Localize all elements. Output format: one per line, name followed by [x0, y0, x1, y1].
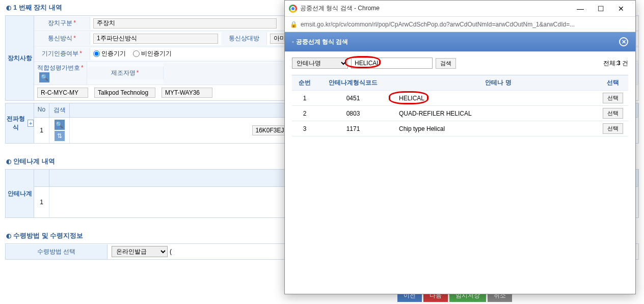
result-row: 3 1171 Chip type Helical 선택 — [292, 121, 628, 136]
wave-col-search: 검색 — [49, 103, 70, 117]
cert-yn-label: 기기인증여부* — [34, 47, 90, 60]
select-button[interactable]: 선택 — [603, 93, 623, 103]
row-no: 1 — [292, 95, 317, 102]
close-button[interactable]: ✕ — [611, 2, 631, 16]
wave-col-no: No — [34, 103, 49, 117]
row-name: Chip type Helical — [389, 125, 598, 132]
row-name: HELICAL — [389, 95, 598, 102]
delivery-method-label: 수령방법 선택 — [6, 244, 108, 259]
row-code: 1171 — [317, 125, 389, 132]
row-no: 3 — [292, 125, 317, 132]
result-col-code: 안테나계형식코드 — [317, 78, 389, 87]
wave-row-no: 1 — [34, 118, 49, 143]
wave-swap-button[interactable]: ⇅ — [55, 131, 65, 141]
antenna-title-text: 안테나계 내역 — [13, 157, 55, 166]
popup-banner: ◦ 공중선계 형식 검색 ✕ — [285, 32, 635, 51]
device-type-input[interactable] — [93, 18, 277, 29]
device-type-label: 장치구분* — [34, 17, 90, 30]
cert-no-radio[interactable]: 비인증기기 — [133, 49, 172, 58]
comm-method-input[interactable] — [93, 34, 218, 44]
row-code: 0451 — [317, 95, 389, 102]
mfr-label: 제조자명* — [87, 67, 164, 79]
result-table: 순번 안테나계형식코드 안테나 명 선택 1 0451 HELICAL 선택 2… — [292, 75, 628, 136]
row-no: 2 — [292, 110, 317, 117]
delivery-title-text: 수령방법 및 수령지정보 — [13, 231, 83, 240]
search-type-select[interactable]: 안테나명 — [292, 58, 348, 69]
search-popup: 공중선계 형식 검색 - Chrome — ☐ ✕ 🔒 emsit.go.kr/… — [284, 0, 636, 294]
lock-icon: 🔒 — [290, 21, 298, 28]
popup-titlebar: 공중선계 형식 검색 - Chrome — ☐ ✕ — [285, 1, 635, 17]
row-code: 0803 — [317, 110, 389, 117]
bullet-icon: ◐ — [6, 158, 11, 165]
popup-window-title: 공중선계 형식 검색 - Chrome — [300, 4, 567, 13]
bullet-icon: ◐ — [6, 4, 11, 11]
result-col-no: 순번 — [292, 78, 317, 87]
device-spec-label: 장치사항 — [6, 16, 34, 100]
popup-close-icon[interactable]: ✕ — [619, 37, 628, 46]
result-row: 1 0451 HELICAL 선택 — [292, 91, 628, 106]
mfr-input[interactable] — [94, 88, 155, 98]
result-col-name: 안테나 명 — [389, 78, 598, 87]
ant-col-no — [34, 170, 49, 186]
popup-url-bar: 🔒 emsit.go.kr/cp/cv/common/rl/pop/CpArwC… — [285, 17, 635, 32]
wave-side-label: 전파형식 + — [6, 103, 34, 143]
conform-no-label: 적합성평가번호* 🔍 — [34, 62, 87, 85]
url-text: emsit.go.kr/cp/cv/common/rl/pop/CpArwCdS… — [301, 21, 575, 28]
expand-icon[interactable]: + — [28, 120, 34, 127]
search-input[interactable] — [351, 58, 433, 69]
select-button[interactable]: 선택 — [603, 108, 623, 119]
comm-method-label: 통신방식* — [34, 32, 90, 45]
delivery-method-select[interactable]: 온라인발급 — [112, 246, 168, 257]
antenna-side-label: 안테나계 — [6, 170, 34, 217]
conform-no-input[interactable] — [37, 88, 88, 98]
comm-partner-label: 통신상대방 — [221, 32, 267, 45]
bullet-icon: ◐ — [6, 232, 11, 239]
wave-search-button[interactable]: 🔍 — [55, 120, 65, 130]
result-row: 2 0803 QUAD-REFILER HELICAL 선택 — [292, 106, 628, 121]
cert-yes-radio[interactable]: 인증기기 — [93, 49, 126, 58]
select-button[interactable]: 선택 — [603, 123, 623, 134]
chrome-icon — [289, 5, 297, 13]
minimize-button[interactable]: — — [570, 2, 591, 16]
popup-search-bar: 안테나명 검색 전체:3 건 — [285, 51, 635, 75]
paren-text: ( — [170, 248, 172, 255]
result-col-sel: 선택 — [598, 78, 628, 87]
section-title-text: 1 번째 장치 내역 — [13, 3, 62, 12]
total-count: 전체:3 건 — [603, 59, 628, 68]
conform-search-button[interactable]: 🔍 — [39, 72, 49, 82]
maximize-button[interactable]: ☐ — [591, 2, 611, 16]
search-button[interactable]: 검색 — [436, 58, 456, 69]
ant-row-no: 1 — [34, 187, 49, 217]
row-name: QUAD-REFILER HELICAL — [389, 110, 598, 117]
popup-banner-text: 공중선계 형식 검색 — [296, 38, 348, 45]
model-input[interactable] — [162, 88, 212, 98]
